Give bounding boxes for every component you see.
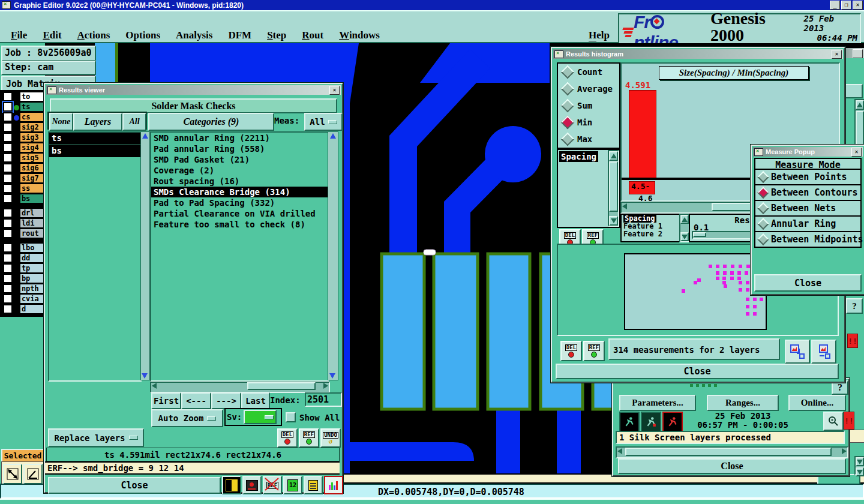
- menu-item-step[interactable]: Step: [267, 29, 286, 41]
- layer-checkbox[interactable]: [3, 143, 13, 152]
- ref-button[interactable]: REF: [299, 428, 319, 448]
- layer-checkbox[interactable]: [3, 173, 13, 183]
- layer-checkbox[interactable]: [3, 229, 13, 238]
- sv-color-dropdown[interactable]: [244, 410, 277, 424]
- measure-popup-close-icon[interactable]: ✕: [851, 148, 862, 157]
- scatter-ref-button[interactable]: REF: [583, 341, 605, 361]
- dfm-horizontal-scrollbar[interactable]: [616, 446, 848, 458]
- all-button[interactable]: All: [122, 113, 146, 131]
- menu-item-actions[interactable]: Actions: [77, 29, 110, 41]
- layer-checkbox[interactable]: [3, 208, 13, 218]
- background-scroll-arrows[interactable]: [854, 456, 864, 475]
- category-item[interactable]: SMD annular Ring (2211): [151, 133, 328, 143]
- results-viewer-titlebar[interactable]: Results viewer ✕: [46, 85, 341, 95]
- layer-checkbox[interactable]: [3, 274, 13, 283]
- metric-radio-average[interactable]: Average: [558, 80, 619, 97]
- layer-checkbox[interactable]: [3, 122, 13, 132]
- index-input[interactable]: [305, 392, 342, 407]
- layer-row-ss[interactable]: ss: [0, 184, 45, 193]
- show-all-checkbox[interactable]: [286, 412, 296, 422]
- categories-list[interactable]: SMD annular Ring (2211)Pad annular Ring …: [150, 131, 329, 382]
- category-item[interactable]: Feature too small to check (8): [151, 219, 328, 230]
- layer-checkbox[interactable]: [3, 194, 13, 203]
- layer-checkbox[interactable]: [3, 92, 13, 101]
- measure-option-between-midpoints[interactable]: Between Midpoints: [754, 231, 862, 248]
- import-chart-icon[interactable]: [811, 340, 836, 364]
- undo-button[interactable]: UNDO↺: [320, 428, 341, 448]
- layer-row-ts[interactable]: ts: [0, 102, 45, 112]
- metric-radio-min[interactable]: Min: [558, 114, 619, 131]
- category-item[interactable]: Pad annular Ring (558): [151, 143, 328, 154]
- categories-horizontal-scrollbar[interactable]: [150, 382, 330, 393]
- layer-checkbox[interactable]: [3, 184, 13, 193]
- measure-option-between-nets[interactable]: Between Nets: [754, 200, 862, 217]
- menu-item-file[interactable]: File: [11, 29, 27, 41]
- layer-row-sig2[interactable]: sig2: [0, 122, 45, 132]
- results-viewer-close-icon[interactable]: ✕: [329, 86, 340, 95]
- prev-button[interactable]: <---: [181, 392, 211, 409]
- feature-list[interactable]: SpacingFeature 1Feature 2: [620, 214, 680, 242]
- categories-scrollbar[interactable]: [328, 131, 338, 380]
- menu-item-rout[interactable]: Rout: [302, 29, 323, 41]
- layer-row-ldi[interactable]: ldi: [0, 218, 45, 228]
- del-button[interactable]: DEL: [277, 428, 298, 448]
- histogram-bar[interactable]: [629, 90, 656, 178]
- metric-radio-count[interactable]: Count: [558, 64, 619, 80]
- layer-row-sig6[interactable]: sig6: [0, 163, 45, 173]
- category-item[interactable]: SMDs Clearance Bridge (314): [151, 187, 328, 197]
- layer-checkbox[interactable]: [3, 163, 13, 173]
- layer-row-sig5[interactable]: sig5: [0, 153, 45, 163]
- menu-item-dfm[interactable]: DFM: [228, 29, 251, 41]
- category-item[interactable]: Partial Clearance on VIA drilled: [151, 208, 328, 219]
- layer-checkbox[interactable]: [3, 102, 13, 112]
- export-chart-icon[interactable]: [785, 340, 810, 364]
- analysis-runner-teal-icon[interactable]: [641, 412, 661, 432]
- parameters-button[interactable]: Parameters...: [619, 395, 696, 411]
- menu-item-analysis[interactable]: Analysis: [176, 29, 212, 41]
- menu-item-windows[interactable]: Windows: [339, 29, 380, 41]
- layer-row-drl[interactable]: drl: [0, 208, 45, 218]
- layers-button[interactable]: Layers: [73, 113, 122, 131]
- layer-row-sig4[interactable]: sig4: [0, 143, 45, 152]
- measure-angle-button[interactable]: [23, 464, 43, 484]
- page-12-icon[interactable]: 12: [283, 476, 302, 494]
- next-button[interactable]: --->: [211, 392, 241, 409]
- analysis-runner-black-icon[interactable]: [619, 412, 640, 432]
- layer-row-cs[interactable]: cs: [0, 112, 45, 122]
- layer-row-tp[interactable]: tp: [0, 263, 45, 273]
- layer-row-dd[interactable]: dd: [0, 253, 45, 263]
- monitor-record-icon[interactable]: [242, 476, 262, 494]
- histogram-close-icon[interactable]: ✕: [832, 50, 842, 59]
- background-box[interactable]: [845, 84, 863, 98]
- layer-checkbox[interactable]: [3, 153, 13, 163]
- layer-checkbox[interactable]: [3, 284, 13, 293]
- layer-row-d[interactable]: d: [0, 304, 45, 314]
- layer-checkbox[interactable]: [3, 243, 13, 253]
- layer-checkbox[interactable]: [3, 294, 13, 304]
- layer-row-rout[interactable]: rout: [0, 229, 45, 238]
- replace-layers-dropdown[interactable]: Replace layers: [48, 428, 144, 447]
- layer-checkbox[interactable]: [3, 218, 13, 228]
- category-item[interactable]: SMD Pad Gasket (21): [151, 154, 328, 165]
- category-item[interactable]: Pad to Pad Spacing (332): [151, 197, 328, 208]
- measure-option-between-contours[interactable]: Between Contours: [754, 184, 862, 201]
- background-help-button[interactable]: ?: [846, 298, 863, 314]
- layer-checkbox[interactable]: [3, 253, 13, 263]
- scatter-plot[interactable]: [624, 253, 767, 330]
- layer-row-sig3[interactable]: sig3: [0, 133, 45, 142]
- ranges-button[interactable]: Ranges...: [707, 395, 779, 411]
- dfm-close-button[interactable]: Close: [618, 458, 846, 474]
- metric-radio-sum[interactable]: Sum: [558, 97, 619, 114]
- menu-item-edit[interactable]: Edit: [43, 29, 61, 41]
- result-layer-item-ts[interactable]: ts: [49, 133, 140, 145]
- meas-dropdown[interactable]: All: [304, 113, 343, 131]
- dfm-alert-button[interactable]: !!: [844, 412, 854, 430]
- first-button[interactable]: First: [151, 392, 181, 409]
- measure-type-scrollbar[interactable]: [608, 150, 619, 227]
- metric-radio-max[interactable]: Max: [558, 131, 619, 148]
- measure-option-between-points[interactable]: Between Points: [754, 169, 862, 185]
- none-button[interactable]: None: [49, 113, 73, 131]
- page-notes-icon[interactable]: [304, 476, 323, 494]
- measure-type-list[interactable]: Spacing: [557, 149, 620, 228]
- menu-item-options[interactable]: Options: [125, 29, 160, 41]
